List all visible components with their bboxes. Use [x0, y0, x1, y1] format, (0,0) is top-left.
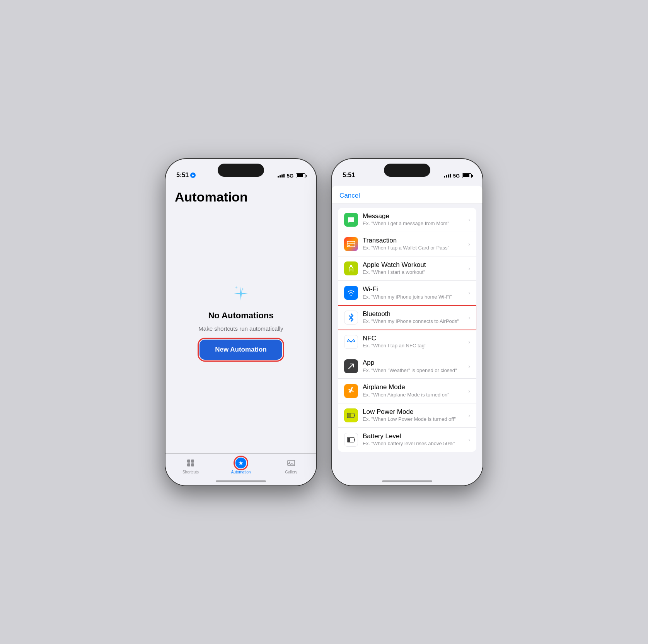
bluetooth-row-text: Bluetooth Ex. "When my iPhone connects t… [363, 310, 465, 325]
gallery-tab-label: Gallery [285, 470, 297, 474]
transaction-title: Transaction [363, 237, 465, 244]
wifi-row-text: Wi-Fi Ex. "When my iPhone joins home Wi-… [363, 285, 465, 300]
tab-shortcuts[interactable]: Shortcuts [165, 458, 216, 474]
message-row-text: Message Ex. "When I get a message from M… [363, 212, 465, 227]
wifi-icon [344, 286, 358, 300]
signal-bars-right [444, 174, 451, 178]
gallery-tab-icon [286, 458, 297, 468]
transaction-chevron: › [468, 241, 470, 247]
status-time-left: 5:51 [176, 172, 196, 179]
automation-screen: Automation No Automations Make shortcuts… [165, 182, 316, 453]
svg-rect-8 [348, 245, 350, 246]
low-power-subtitle: Ex. "When Low Power Mode is turned off" [363, 416, 465, 423]
home-indicator-right [382, 480, 432, 482]
battery-level-subtitle: Ex. "When battery level rises above 50%" [363, 441, 465, 447]
nfc-chevron: › [468, 339, 470, 345]
empty-state: No Automations Make shortcuts run automa… [175, 212, 307, 453]
svg-point-5 [289, 461, 290, 463]
dynamic-island-right [384, 164, 430, 177]
message-icon [344, 213, 358, 227]
status-right-left: 5G [278, 173, 305, 179]
bluetooth-title: Bluetooth [363, 310, 465, 318]
low-power-row-text: Low Power Mode Ex. "When Low Power Mode … [363, 408, 465, 423]
new-automation-button[interactable]: New Automation [200, 340, 282, 360]
battery-level-title: Battery Level [363, 432, 465, 440]
airplane-chevron: › [468, 388, 470, 394]
signal-bars [278, 174, 285, 178]
battery-level-chevron: › [468, 437, 470, 443]
svg-rect-4 [288, 460, 295, 466]
list-item-transaction[interactable]: Transaction Ex. "When I tap a Wallet Car… [338, 232, 476, 256]
app-title: App [363, 359, 465, 367]
wifi-chevron: › [468, 290, 470, 296]
bluetooth-chevron: › [468, 314, 470, 321]
left-phone: 5:51 5G Automation [165, 159, 316, 485]
automation-triggers-list: Message Ex. "When I get a message from M… [338, 208, 476, 452]
svg-rect-14 [348, 438, 350, 442]
transaction-icon [344, 237, 358, 251]
app-chevron: › [468, 363, 470, 369]
svg-rect-7 [347, 243, 355, 244]
nfc-row-text: NFC Ex. "When I tap an NFC tag" [363, 335, 465, 349]
workout-title: Apple Watch Workout [363, 261, 465, 269]
wifi-title: Wi-Fi [363, 285, 465, 293]
home-indicator-left [216, 480, 266, 482]
nfc-subtitle: Ex. "When I tap an NFC tag" [363, 343, 465, 349]
list-item-workout[interactable]: Apple Watch Workout Ex. "When I start a … [338, 256, 476, 281]
svg-rect-3 [191, 463, 194, 466]
low-power-title: Low Power Mode [363, 408, 465, 416]
svg-rect-0 [187, 460, 190, 463]
battery-level-row-text: Battery Level Ex. "When battery level ri… [363, 432, 465, 447]
bluetooth-subtitle: Ex. "When my iPhone connects to AirPods" [363, 318, 465, 325]
svg-point-10 [351, 342, 352, 343]
app-subtitle: Ex. "When "Weather" is opened or closed" [363, 367, 465, 374]
nfc-title: NFC [363, 335, 465, 342]
airplane-icon [344, 384, 358, 398]
status-time-right: 5:51 [343, 172, 355, 179]
sheet-header: Cancel [332, 186, 483, 204]
workout-subtitle: Ex. "When I start a workout" [363, 269, 465, 276]
list-item-message[interactable]: Message Ex. "When I get a message from M… [338, 208, 476, 232]
right-phone: 5:51 5G Cancel [332, 159, 483, 485]
sparkles-icon [229, 283, 252, 306]
svg-rect-1 [191, 460, 194, 463]
airplane-row-text: Airplane Mode Ex. "When Airplane Mode is… [363, 383, 465, 398]
list-item-nfc[interactable]: NFC Ex. "When I tap an NFC tag" › [338, 330, 476, 354]
transaction-subtitle: Ex. "When I tap a Wallet Card or Pass" [363, 245, 465, 251]
wifi-subtitle: Ex. "When my iPhone joins home Wi-Fi" [363, 294, 465, 301]
low-power-chevron: › [468, 412, 470, 419]
workout-row-text: Apple Watch Workout Ex. "When I start a … [363, 261, 465, 276]
tab-gallery[interactable]: Gallery [266, 458, 316, 474]
app-icon [344, 359, 358, 373]
list-item-battery[interactable]: Battery Level Ex. "When battery level ri… [338, 428, 476, 452]
tab-automation[interactable]: Automation [216, 458, 266, 474]
airplane-title: Airplane Mode [363, 383, 465, 391]
airplane-subtitle: Ex. "When Airplane Mode is turned on" [363, 392, 465, 398]
cancel-button[interactable]: Cancel [339, 192, 360, 200]
list-item-airplane[interactable]: Airplane Mode Ex. "When Airplane Mode is… [338, 379, 476, 403]
low-power-icon [344, 408, 358, 422]
nfc-icon [344, 335, 358, 349]
list-item-wifi[interactable]: Wi-Fi Ex. "When my iPhone joins home Wi-… [338, 281, 476, 305]
empty-title: No Automations [208, 311, 273, 321]
automation-tab-label: Automation [231, 470, 251, 474]
battery-level-icon [344, 433, 358, 447]
workout-chevron: › [468, 265, 470, 272]
location-icon [190, 173, 196, 178]
sheet-scroll[interactable]: Message Ex. "When I get a message from M… [332, 204, 483, 485]
message-chevron: › [468, 217, 470, 223]
automation-tab-icon [235, 458, 246, 468]
dynamic-island [218, 164, 264, 177]
empty-subtitle: Make shortcuts run automatically [198, 325, 283, 332]
workout-icon [344, 261, 358, 275]
battery-icon-right [462, 173, 472, 178]
list-item-app[interactable]: App Ex. "When "Weather" is opened or clo… [338, 354, 476, 379]
message-subtitle: Ex. "When I get a message from Mom" [363, 220, 465, 227]
transaction-row-text: Transaction Ex. "When I tap a Wallet Car… [363, 237, 465, 251]
battery-icon-left [296, 173, 305, 178]
bluetooth-icon [344, 311, 358, 325]
list-item-bluetooth[interactable]: Bluetooth Ex. "When my iPhone connects t… [338, 306, 476, 330]
shortcuts-tab-icon [185, 458, 196, 468]
svg-rect-2 [187, 463, 190, 466]
list-item-low-power[interactable]: Low Power Mode Ex. "When Low Power Mode … [338, 403, 476, 428]
